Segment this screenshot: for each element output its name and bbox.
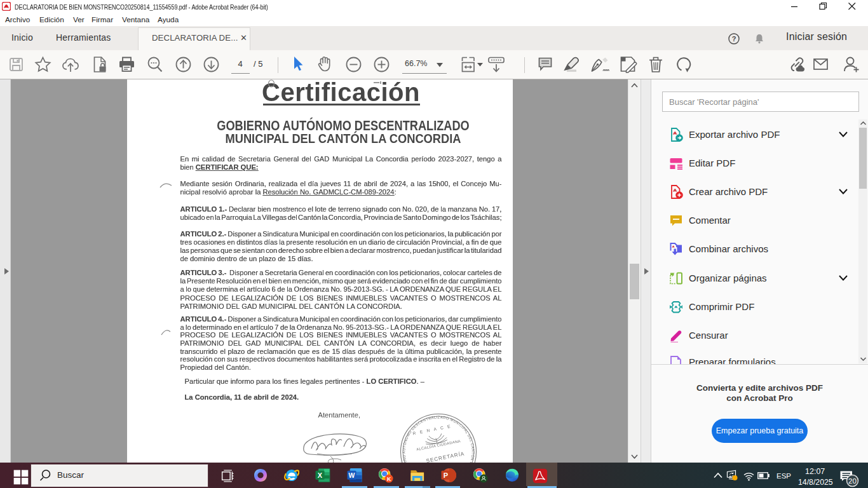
svg-text:RNO AUTÓNOMO DESCENTRALIZADO M: RNO AUTÓNOMO DESCENTRALIZADO MUNICIPAL D… [127,79,475,463]
svg-text:K: K [387,476,391,482]
svg-text:SECRETARÍA: SECRETARÍA [426,451,465,463]
svg-text:X: X [318,471,323,479]
svg-text:20: 20 [848,477,857,485]
svg-text:?: ? [732,35,736,43]
svg-text:P: P [444,471,448,479]
svg-text:ALCALDÍA CIUDADANA: ALCALDÍA CIUDADANA [416,439,461,451]
svg-text:W: W [349,472,355,479]
